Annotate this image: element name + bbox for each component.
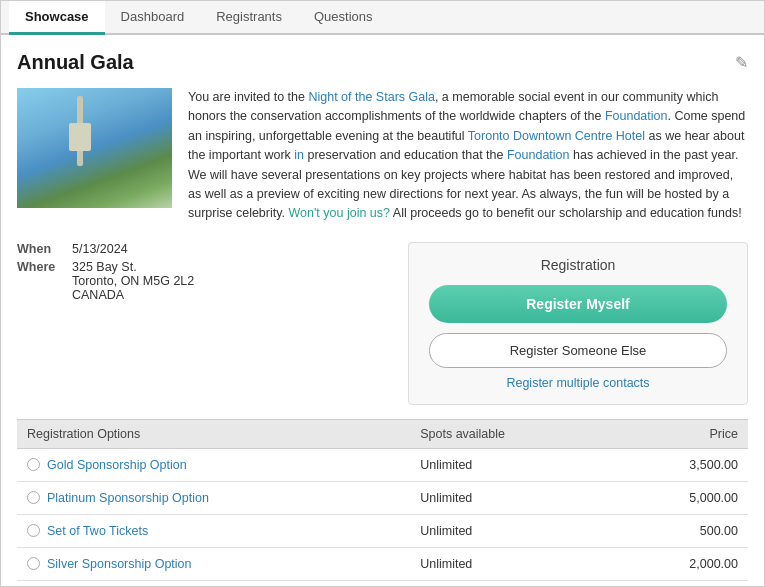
event-meta-registration: When 5/13/2024 Where 325 Bay St. Toronto… xyxy=(17,242,748,405)
tab-showcase[interactable]: Showcase xyxy=(9,1,105,35)
when-label: When xyxy=(17,242,62,256)
where-row: Where 325 Bay St. Toronto, ON M5G 2L2 CA… xyxy=(17,260,388,302)
col-header-spots: Spots available xyxy=(410,419,614,448)
spots-cell: Unlimited xyxy=(410,514,614,547)
option-cell[interactable]: Silver Sponsorship Option xyxy=(17,547,410,580)
col-header-price: Price xyxy=(614,419,748,448)
table-row[interactable]: Set of Two Tickets Unlimited 500.00 xyxy=(17,514,748,547)
registration-panel-title: Registration xyxy=(429,257,727,273)
table-header-row: Registration Options Spots available Pri… xyxy=(17,419,748,448)
option-cell[interactable]: Gold Sponsorship Option xyxy=(17,448,410,481)
table-row[interactable]: Silver Sponsorship Option Unlimited 2,00… xyxy=(17,547,748,580)
tab-questions[interactable]: Questions xyxy=(298,1,389,35)
option-name: Set of Two Tickets xyxy=(47,524,148,538)
edit-icon[interactable]: ✎ xyxy=(735,53,748,72)
event-meta: When 5/13/2024 Where 325 Bay St. Toronto… xyxy=(17,242,408,306)
option-cell[interactable]: Set of Two Tickets xyxy=(17,514,410,547)
price-cell: 3,500.00 xyxy=(614,448,748,481)
register-someone-else-button[interactable]: Register Someone Else xyxy=(429,333,727,368)
page-title-row: Annual Gala ✎ xyxy=(17,51,748,74)
register-multiple-link[interactable]: Register multiple contacts xyxy=(429,376,727,390)
radio-button[interactable] xyxy=(27,524,40,537)
spots-cell: Unlimited xyxy=(410,448,614,481)
registration-options-table: Registration Options Spots available Pri… xyxy=(17,419,748,581)
page-title: Annual Gala xyxy=(17,51,134,74)
table-row[interactable]: Platinum Sponsorship Option Unlimited 5,… xyxy=(17,481,748,514)
event-image xyxy=(17,88,172,208)
radio-button[interactable] xyxy=(27,458,40,471)
spots-cell: Unlimited xyxy=(410,481,614,514)
where-label: Where xyxy=(17,260,62,302)
option-cell[interactable]: Platinum Sponsorship Option xyxy=(17,481,410,514)
description-text: You are invited to the Night of the Star… xyxy=(188,90,745,220)
register-myself-button[interactable]: Register Myself xyxy=(429,285,727,323)
event-top: You are invited to the Night of the Star… xyxy=(17,88,748,224)
spots-cell: Unlimited xyxy=(410,547,614,580)
main-content: Annual Gala ✎ You are invited to the Nig… xyxy=(1,35,764,587)
tab-registrants[interactable]: Registrants xyxy=(200,1,298,35)
when-value: 5/13/2024 xyxy=(72,242,128,256)
registration-panel: Registration Register Myself Register So… xyxy=(408,242,748,405)
where-value: 325 Bay St. Toronto, ON M5G 2L2 CANADA xyxy=(72,260,194,302)
table-row[interactable]: Gold Sponsorship Option Unlimited 3,500.… xyxy=(17,448,748,481)
nav-tabs: Showcase Dashboard Registrants Questions xyxy=(1,1,764,35)
price-cell: 2,000.00 xyxy=(614,547,748,580)
when-row: When 5/13/2024 xyxy=(17,242,388,256)
option-name: Platinum Sponsorship Option xyxy=(47,491,209,505)
option-name: Silver Sponsorship Option xyxy=(47,557,192,571)
radio-button[interactable] xyxy=(27,491,40,504)
col-header-option: Registration Options xyxy=(17,419,410,448)
price-cell: 500.00 xyxy=(614,514,748,547)
option-name: Gold Sponsorship Option xyxy=(47,458,187,472)
tab-dashboard[interactable]: Dashboard xyxy=(105,1,201,35)
event-description: You are invited to the Night of the Star… xyxy=(188,88,748,224)
radio-button[interactable] xyxy=(27,557,40,570)
price-cell: 5,000.00 xyxy=(614,481,748,514)
